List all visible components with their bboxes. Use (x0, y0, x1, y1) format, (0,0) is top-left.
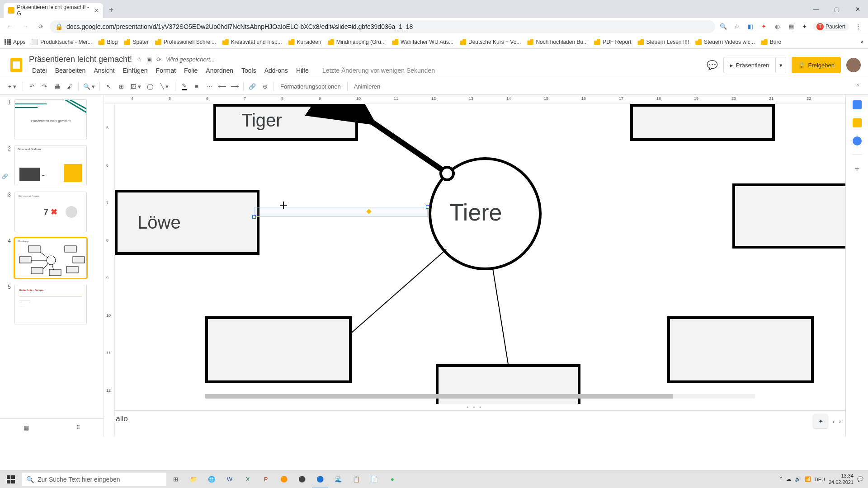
present-button[interactable]: ▸Präsentieren (723, 57, 776, 73)
obs-icon[interactable]: ⚫ (293, 470, 311, 488)
spotify-icon[interactable]: ● (383, 470, 401, 488)
horizontal-scrollbar[interactable] (205, 394, 755, 399)
shape-tool[interactable]: ◯ (144, 80, 156, 92)
vertical-ruler[interactable]: 5 6 7 8 9 10 11 12 (104, 104, 115, 436)
menu-anordnen[interactable]: Anordnen (203, 65, 236, 76)
shape-rect-tiger[interactable] (213, 104, 358, 141)
ext-icon-4[interactable]: ▤ (786, 21, 797, 32)
taskbar-search[interactable]: 🔍Zur Suche Text hier eingeben (22, 473, 166, 486)
menu-addons[interactable]: Add-ons (261, 65, 291, 76)
language-indicator[interactable]: DEU (815, 477, 825, 482)
menu-einfuegen[interactable]: Einfügen (119, 65, 151, 76)
slide-thumbnail[interactable]: 5 Erste Folie - Beispiel——————————————— (5, 284, 98, 324)
zoom-button[interactable]: 🔍 ▾ (81, 80, 97, 92)
excel-icon[interactable]: X (239, 470, 257, 488)
slide-thumbnail[interactable]: 2 Bilder und Grafiken➡ (5, 145, 98, 186)
explorer-icon[interactable]: 📁 (184, 470, 203, 488)
slides-logo-icon[interactable] (7, 56, 25, 74)
textbox-tool[interactable]: ⊞ (115, 80, 127, 92)
line-end-button[interactable]: ⟶ (229, 80, 241, 92)
tray-chevron-icon[interactable]: ˄ (780, 476, 783, 482)
wifi-icon[interactable]: 📶 (805, 476, 811, 482)
task-view-icon[interactable]: ⊞ (166, 470, 184, 488)
selection-handle[interactable] (426, 205, 429, 209)
bookmark-item[interactable]: PDF Report (594, 39, 631, 45)
filmstrip[interactable]: 1 Präsentieren leicht gemacht! 🔗 2 Bilde… (0, 95, 104, 436)
filmstrip-view-icon[interactable]: ▤ (24, 424, 29, 431)
chrome-icon[interactable]: 🔵 (311, 470, 329, 488)
collapse-toolbar-icon[interactable]: ⌃ (852, 80, 863, 92)
keep-icon[interactable] (853, 118, 862, 127)
shape-rect-empty[interactable] (205, 316, 352, 383)
forward-button[interactable]: → (19, 20, 32, 33)
line-weight-button[interactable]: ≡ (191, 80, 203, 92)
document-title[interactable]: Präsentieren leicht gemacht! (29, 55, 132, 64)
grid-view-icon[interactable]: ⠿ (76, 424, 80, 431)
last-edit[interactable]: Letzte Änderung vor wenigen Sekunden (319, 65, 438, 76)
bookmark-item[interactable]: Blog (98, 39, 118, 45)
powerpoint-icon[interactable]: P (257, 470, 275, 488)
prev-slide-button[interactable]: ‹ (832, 418, 834, 425)
select-tool[interactable]: ↖ (103, 80, 114, 92)
calendar-icon[interactable] (853, 100, 862, 109)
line-start-button[interactable]: ⟵ (216, 80, 228, 92)
bookmark-item[interactable]: Steuern Videos wic... (695, 39, 755, 45)
print-button[interactable]: 🖶 (51, 80, 63, 92)
zoom-icon[interactable]: 🔍 (718, 21, 729, 32)
bookmark-item[interactable]: Wahlfächer WU Aus... (392, 39, 453, 45)
menu-format[interactable]: Format (153, 65, 179, 76)
new-slide-button[interactable]: + ▾ (5, 80, 20, 92)
shape-rect-empty[interactable] (732, 183, 845, 249)
ext-icon-2[interactable]: ✦ (759, 21, 769, 32)
menu-bearbeiten[interactable]: Bearbeiten (52, 65, 89, 76)
bookmark-item[interactable]: Büro (761, 39, 781, 45)
extensions-icon[interactable]: ✦ (799, 21, 810, 32)
line-color-button[interactable]: ✎ (178, 80, 190, 92)
close-tab-icon[interactable]: × (95, 7, 99, 14)
start-button[interactable] (0, 470, 22, 488)
address-bar[interactable]: 🔒 docs.google.com/presentation/d/1yV372S… (50, 20, 715, 33)
explore-button[interactable]: ✦ (813, 414, 828, 428)
undo-button[interactable]: ↶ (26, 80, 38, 92)
tasks-icon[interactable] (853, 136, 862, 145)
star-doc-icon[interactable]: ☆ (137, 56, 142, 63)
paint-format-button[interactable]: 🖌 (64, 80, 75, 92)
minimize-button[interactable]: — (806, 0, 826, 18)
close-window-button[interactable]: ✕ (847, 0, 868, 18)
menu-datei[interactable]: Datei (29, 65, 50, 76)
chrome-menu-icon[interactable]: ⋮ (852, 20, 864, 33)
maximize-button[interactable]: ▢ (826, 0, 847, 18)
app-icon[interactable]: 📋 (347, 470, 365, 488)
image-tool[interactable]: 🖼 ▾ (128, 80, 143, 92)
new-tab-button[interactable]: + (105, 4, 118, 16)
menu-hilfe[interactable]: Hilfe (293, 65, 312, 76)
bookmark-item[interactable]: Später (124, 39, 148, 45)
menu-tools[interactable]: Tools (238, 65, 259, 76)
bookmark-apps[interactable]: Apps (5, 39, 25, 45)
bookmark-item[interactable]: Produktsuche - Mer... (32, 39, 92, 45)
bookmarks-overflow[interactable]: » (860, 39, 863, 45)
menu-folie[interactable]: Folie (181, 65, 201, 76)
selection-handle[interactable] (252, 215, 256, 219)
horizontal-ruler[interactable]: 4 5 6 7 8 9 10 11 12 13 14 15 16 17 18 1… (104, 95, 845, 104)
profile-paused[interactable]: T Pausiert (813, 22, 849, 31)
slide-thumbnail[interactable]: 1 Präsentieren leicht gemacht! (5, 99, 98, 140)
speaker-notes[interactable]: Hallo (104, 410, 845, 436)
app-icon[interactable]: 🟠 (275, 470, 293, 488)
bookmark-item[interactable]: Kreativität und Insp... (222, 39, 282, 45)
add-addon-icon[interactable]: + (854, 164, 860, 174)
share-button[interactable]: 🔒Freigeben (792, 57, 841, 73)
slide-thumbnail[interactable]: 4 Mindmap (5, 238, 98, 278)
text-loewe[interactable]: Löwe (137, 212, 181, 233)
shape-rect-loewe[interactable] (115, 190, 259, 255)
bookmark-item[interactable]: Kursideen (288, 39, 321, 45)
browser-tab[interactable]: Präsentieren leicht gemacht! - G × (4, 3, 103, 18)
move-doc-icon[interactable]: ▣ (146, 56, 152, 63)
next-slide-button[interactable]: › (839, 418, 841, 425)
bookmark-item[interactable]: Noch hochladen Bu... (527, 39, 588, 45)
shape-rect-empty[interactable] (630, 104, 775, 141)
notepad-icon[interactable]: 📄 (365, 470, 383, 488)
comments-icon[interactable]: 💬 (707, 60, 718, 70)
text-tiger[interactable]: Tiger (241, 110, 282, 131)
menu-ansicht[interactable]: Ansicht (90, 65, 118, 76)
